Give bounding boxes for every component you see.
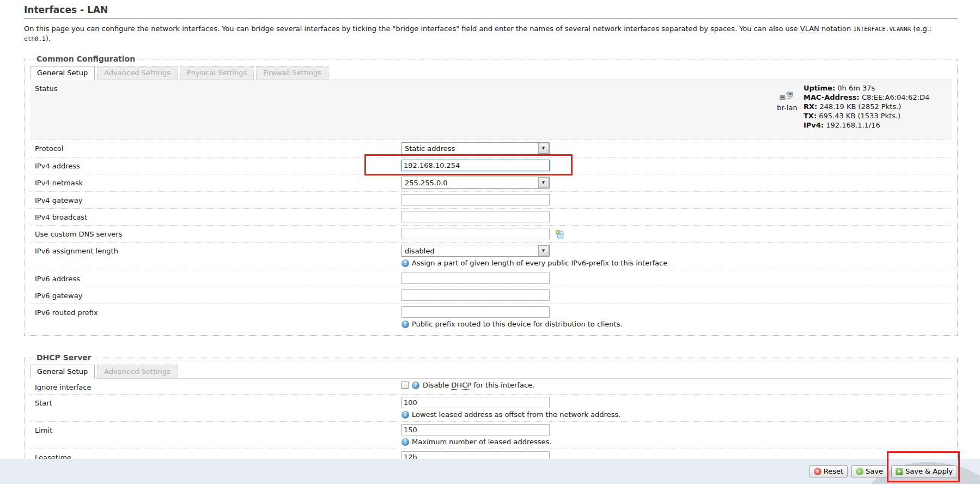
- ipv6-routed-prefix-hint: ? Public prefix routed to this device fo…: [401, 320, 952, 328]
- tab-general-setup[interactable]: General Setup: [30, 66, 95, 80]
- ipv6-assignment-row: IPv6 assignment length disabled ▼ ? Assi…: [30, 242, 952, 270]
- dhcp-start-row: Start ? Lowest leased address as offset …: [30, 394, 952, 421]
- help-icon: ?: [401, 438, 409, 446]
- common-tabs: General Setup Advanced Settings Physical…: [30, 66, 952, 80]
- ipv6-address-input[interactable]: [401, 273, 550, 284]
- help-icon: ?: [401, 411, 409, 419]
- chevron-down-icon: ▼: [538, 143, 549, 154]
- ipv6-routed-prefix-row: IPv6 routed prefix ? Public prefix route…: [30, 304, 952, 331]
- ipv4-broadcast-row: IPv4 broadcast: [30, 208, 952, 225]
- dhcp-tab-advanced-settings[interactable]: Advanced Settings: [97, 365, 178, 379]
- ipv6-gateway-label: IPv6 gateway: [30, 289, 401, 300]
- ipv6-routed-prefix-label: IPv6 routed prefix: [30, 306, 401, 317]
- status-uptime: Uptime: 0h 6m 37s: [804, 83, 929, 93]
- protocol-label: Protocol: [30, 142, 401, 153]
- status-tx: TX: 695.43 KB (1533 Pkts.): [804, 111, 929, 120]
- tab-physical-settings[interactable]: Physical Settings: [180, 66, 254, 80]
- custom-dns-label: Use custom DNS servers: [30, 228, 401, 238]
- dhcp-tab-general-setup[interactable]: General Setup: [30, 365, 95, 379]
- custom-dns-row: Use custom DNS servers: [30, 225, 952, 242]
- ipv4-address-row: IPv4 address: [30, 157, 952, 174]
- common-configuration-section: Common Configuration General Setup Advan…: [24, 55, 958, 336]
- intro-text: On this page you can configure the netwo…: [24, 25, 800, 33]
- status-details: Uptime: 0h 6m 37s MAC-Address: C8:EE:A6:…: [801, 83, 929, 130]
- ipv6-routed-prefix-input[interactable]: [401, 306, 550, 318]
- common-configuration-legend: Common Configuration: [33, 55, 138, 63]
- chevron-down-icon: ▼: [538, 245, 549, 256]
- ipv4-broadcast-input[interactable]: [401, 211, 550, 222]
- ignore-interface-checkbox[interactable]: [401, 382, 409, 389]
- protocol-select[interactable]: Static address ▼: [401, 142, 550, 154]
- action-buttons: ✕ Reset ✓ Save ▶ Save & Apply: [809, 465, 957, 477]
- dhcp-start-label: Start: [30, 397, 401, 407]
- reset-button[interactable]: ✕ Reset: [809, 465, 848, 477]
- status-rx: RX: 248.19 KB (2852 Pkts.): [804, 102, 929, 111]
- save-apply-button[interactable]: ▶ Save & Apply: [891, 465, 957, 477]
- chevron-down-icon: ▼: [538, 177, 549, 188]
- ipv4-address-label: IPv4 address: [30, 160, 401, 170]
- vlan-abbr: VLAN: [800, 25, 819, 33]
- ignore-interface-text: Disable DHCP for this interface.: [423, 381, 534, 389]
- dhcp-tabs: General Setup Advanced Settings: [30, 365, 952, 379]
- ipv6-gateway-row: IPv6 gateway: [30, 287, 952, 304]
- status-ipv4: IPv4: 192.168.1.1/16: [804, 120, 929, 130]
- dhcp-limit-row: Limit ? Maximum number of leased address…: [30, 421, 952, 449]
- help-icon: ?: [401, 259, 409, 267]
- tab-advanced-settings[interactable]: Advanced Settings: [97, 66, 178, 80]
- ipv4-netmask-label: IPv4 netmask: [30, 177, 401, 187]
- help-icon: ?: [412, 382, 419, 389]
- eg-abbr: e.g.: [916, 25, 929, 33]
- ipv4-netmask-select[interactable]: 255.255.0.0 ▼: [401, 177, 550, 189]
- protocol-row: Protocol Static address ▼: [30, 140, 952, 157]
- reset-icon: ✕: [814, 468, 821, 475]
- dhcp-start-input[interactable]: [401, 397, 550, 408]
- device-block: br-lan: [773, 83, 801, 130]
- ipv6-assignment-label: IPv6 assignment length: [30, 245, 401, 255]
- ipv4-netmask-row: IPv4 netmask 255.255.0.0 ▼: [30, 174, 952, 191]
- ipv4-address-input[interactable]: [401, 160, 550, 171]
- save-icon: ✓: [856, 468, 863, 475]
- status-row: Status br-lan Uptime: 0h 6m 37s: [30, 80, 952, 140]
- ipv6-assignment-select[interactable]: disabled ▼: [401, 245, 550, 257]
- ipv6-address-label: IPv6 address: [30, 273, 401, 283]
- page-title: Interfaces - LAN: [24, 4, 958, 19]
- dhcp-limit-label: Limit: [30, 424, 401, 434]
- add-entry-icon[interactable]: [555, 229, 564, 239]
- ipv6-assignment-hint: ? Assign a part of given length of every…: [401, 259, 952, 267]
- help-icon: ?: [401, 320, 409, 328]
- dhcp-limit-hint: ? Maximum number of leased addresses.: [401, 438, 952, 446]
- bottom-band: Powered by LuCI © 2015 ✕ Reset ✓ Save ▶ …: [0, 459, 980, 484]
- custom-dns-input[interactable]: [401, 228, 550, 239]
- ignore-interface-row: Ignore interface ? Disable DHCP for this…: [30, 378, 952, 394]
- ipv4-gateway-row: IPv4 gateway: [30, 191, 952, 208]
- dhcp-server-legend: DHCP Server: [33, 353, 95, 362]
- ipv4-gateway-input[interactable]: [401, 194, 550, 205]
- dhcp-abbr: DHCP: [451, 381, 471, 390]
- intro-paragraph: On this page you can configure the netwo…: [24, 24, 958, 44]
- bridge-interface-icon: [779, 91, 795, 101]
- apply-icon: ▶: [896, 468, 903, 475]
- tab-firewall-settings[interactable]: Firewall Settings: [256, 66, 328, 80]
- status-label: Status: [30, 82, 401, 93]
- device-name: br-lan: [773, 104, 801, 112]
- ipv4-broadcast-label: IPv4 broadcast: [30, 211, 401, 221]
- interface-vlannr-code: INTERFACE.VLANNR: [853, 26, 911, 33]
- save-button[interactable]: ✓ Save: [851, 465, 887, 477]
- eth0-code: eth0.1: [24, 35, 46, 43]
- ipv6-gateway-input[interactable]: [401, 289, 550, 301]
- dhcp-start-hint: ? Lowest leased address as offset from t…: [401, 410, 952, 419]
- status-mac: MAC-Address: C8:EE:A6:04:62:D4: [804, 93, 929, 102]
- dhcp-limit-input[interactable]: [401, 424, 550, 435]
- ipv6-address-row: IPv6 address: [30, 270, 952, 287]
- ipv4-gateway-label: IPv4 gateway: [30, 194, 401, 204]
- ignore-interface-label: Ignore interface: [30, 381, 401, 391]
